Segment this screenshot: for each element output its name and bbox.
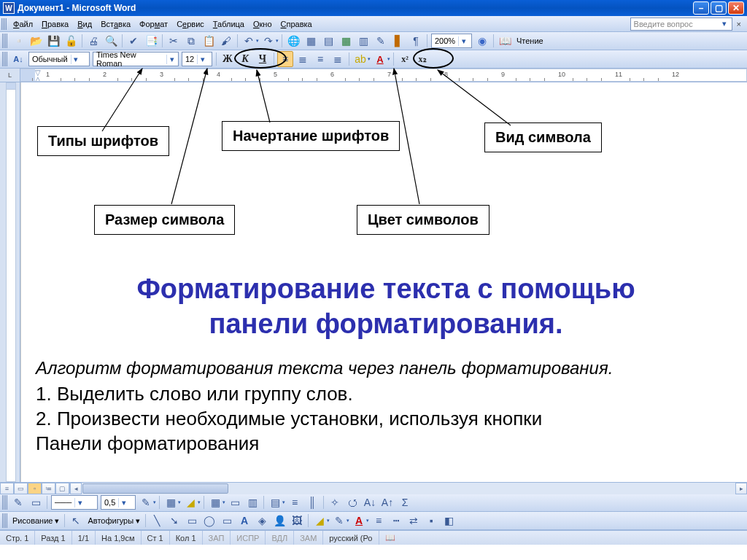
align-left-icon[interactable]: ≡ [277, 51, 293, 67]
align-justify-icon[interactable]: ≣ [330, 51, 346, 67]
view-print-button[interactable]: ▫ [28, 483, 42, 494]
spellcheck-icon[interactable]: ✔︎ [125, 33, 142, 49]
bold-button[interactable]: Ж [220, 51, 236, 67]
menu-tools[interactable]: Сервис [172, 18, 209, 30]
scroll-left-button[interactable]: ◂ [70, 483, 82, 494]
view-normal-button[interactable]: ≡ [0, 483, 14, 494]
oval-icon[interactable]: ◯ [201, 513, 217, 529]
close-button[interactable]: ✕ [728, 1, 744, 15]
status-rec[interactable]: ЗАП [203, 531, 231, 545]
copy-icon[interactable]: ⧉ [183, 33, 199, 49]
autosum-icon[interactable]: Σ [397, 494, 413, 510]
font-combo[interactable]: Times New Roman ▾ [93, 52, 179, 66]
eraser-icon[interactable]: ▭ [28, 494, 44, 510]
shading-color-icon[interactable]: ◢ [182, 494, 198, 510]
status-trk[interactable]: ИСПР [231, 531, 266, 545]
zoom-combo[interactable]: 200% ▾ [431, 34, 472, 48]
autoshapes-menu[interactable]: Автофигуры ▾ [85, 516, 143, 526]
minimize-button[interactable]: – [693, 1, 709, 15]
italic-button[interactable]: К [237, 51, 253, 67]
clipart-icon[interactable]: 👤 [271, 513, 287, 529]
menu-help[interactable]: Справка [276, 18, 317, 30]
autoformat-icon[interactable]: ✧ [327, 494, 343, 510]
line-style-combo[interactable]: ───▾ [51, 495, 98, 510]
tab-type-button[interactable]: L [0, 69, 20, 82]
redo-icon[interactable]: ↷ [260, 33, 276, 49]
format-painter-icon[interactable]: 🖌 [218, 33, 234, 49]
menu-view[interactable]: Вид [73, 18, 96, 30]
sort-asc-icon[interactable]: A↓ [362, 494, 378, 510]
scroll-right-button[interactable]: ▸ [735, 483, 747, 494]
style-combo[interactable]: Обычный ▾ [28, 52, 90, 66]
research-icon[interactable]: 📑 [143, 33, 159, 49]
drawing-icon[interactable]: ✎ [373, 33, 389, 49]
rectangle-icon[interactable]: ▭ [184, 513, 200, 529]
menu-edit[interactable]: Правка [37, 18, 73, 30]
read-mode-label[interactable]: Чтение [514, 36, 546, 45]
horizontal-ruler[interactable]: ▽ △ 123456789101112 [20, 69, 747, 82]
highlight-icon[interactable]: ab [352, 51, 368, 67]
align-center-icon[interactable]: ≣ [295, 51, 311, 67]
insert-picture-icon[interactable]: 🖼 [289, 513, 305, 529]
help-question-input[interactable]: Введите вопрос ▾ [630, 18, 732, 31]
view-reading-button[interactable]: ▢ [55, 483, 69, 494]
align-cell-icon[interactable]: ▤ [267, 494, 283, 510]
new-doc-icon[interactable]: ▫️ [10, 33, 26, 49]
styles-pane-icon[interactable]: A↓ [10, 51, 26, 67]
open-icon[interactable]: 📂 [28, 33, 44, 49]
align-right-icon[interactable]: ≡ [312, 51, 328, 67]
line-weight-combo[interactable]: 0,5▾ [101, 495, 136, 510]
print-preview-icon[interactable]: 🔍 [103, 33, 119, 49]
wordart-icon[interactable]: A [236, 513, 252, 529]
font-size-combo[interactable]: 12 ▾ [182, 52, 212, 66]
line-color-icon[interactable]: ✎ [331, 513, 347, 529]
permissions-icon[interactable]: 🔓 [63, 33, 79, 49]
textbox-icon[interactable]: ▭ [219, 513, 235, 529]
menu-format[interactable]: Формат [135, 18, 172, 30]
subscript-button[interactable]: x₂ [414, 51, 430, 67]
vertical-ruler[interactable] [0, 82, 20, 482]
superscript-button[interactable]: x² [397, 51, 413, 67]
cut-icon[interactable]: ✂ [166, 33, 182, 49]
status-ovr[interactable]: ЗАМ [294, 531, 323, 545]
dash-style-icon[interactable]: ┅ [388, 513, 404, 529]
distribute-cols-icon[interactable]: ║ [304, 494, 320, 510]
menu-insert[interactable]: Вставка [96, 18, 135, 30]
excel-icon[interactable]: ▦ [338, 33, 354, 49]
page-surface[interactable]: Типы шрифтов Начертание шрифтов Вид симв… [20, 82, 747, 482]
show-marks-icon[interactable]: ¶ [408, 33, 424, 49]
save-icon[interactable]: 💾 [45, 33, 61, 49]
menu-file[interactable]: Файл [9, 18, 37, 30]
columns-icon[interactable]: ▥ [355, 33, 371, 49]
menu-table[interactable]: Таблица [209, 18, 249, 30]
arrow-style-icon[interactable]: ⇄ [406, 513, 422, 529]
fill-color-icon[interactable]: ◢ [311, 513, 328, 529]
undo-icon[interactable]: ↶ [241, 33, 257, 49]
tables-borders-icon[interactable]: ▦ [303, 33, 319, 49]
view-outline-button[interactable]: ≔ [42, 483, 55, 494]
status-ext[interactable]: ВДЛ [266, 531, 294, 545]
text-direction-icon[interactable]: ⭯ [344, 494, 360, 510]
distribute-rows-icon[interactable]: ≡ [287, 494, 303, 510]
font-color-draw-icon[interactable]: A [351, 513, 367, 529]
insert-table-icon[interactable]: ▤ [320, 33, 336, 49]
sort-desc-icon[interactable]: A↑ [379, 494, 395, 510]
paste-icon[interactable]: 📋 [201, 33, 217, 49]
hscroll-thumb[interactable] [82, 483, 228, 494]
3d-icon[interactable]: ◧ [441, 513, 457, 529]
line-icon[interactable]: ╲ [149, 513, 165, 529]
status-spellcheck-icon[interactable]: 📖 [379, 531, 401, 545]
merge-cells-icon[interactable]: ▭ [227, 494, 243, 510]
font-color-icon[interactable]: A [372, 51, 388, 67]
arrow-icon[interactable]: ➘ [166, 513, 182, 529]
view-web-button[interactable]: ▭ [14, 483, 28, 494]
close-doc-button[interactable]: × [732, 20, 746, 28]
underline-button[interactable]: Ч [255, 51, 271, 67]
print-icon[interactable]: 🖨 [85, 33, 101, 49]
maximize-button[interactable]: ▢ [711, 1, 727, 15]
drawing-menu[interactable]: Рисование ▾ [9, 516, 62, 526]
shadow-icon[interactable]: ▪ [423, 513, 439, 529]
read-mode-icon[interactable]: 📖 [497, 33, 513, 49]
help-icon[interactable]: ◉ [474, 33, 490, 49]
menu-window[interactable]: Окно [249, 18, 276, 30]
